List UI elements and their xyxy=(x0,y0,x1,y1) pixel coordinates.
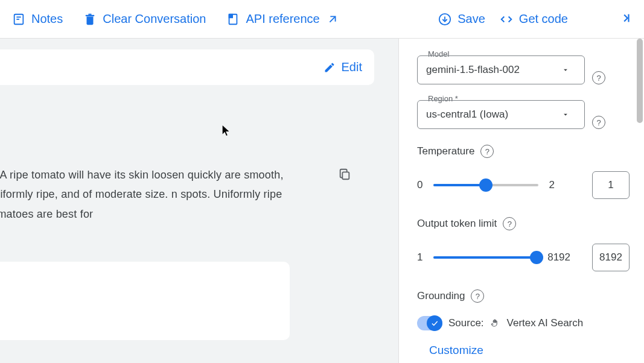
main-panel: Edit o. A ripe tomato will have its skin… xyxy=(0,39,398,363)
notes-icon xyxy=(12,13,25,26)
body-area: Edit o. A ripe tomato will have its skin… xyxy=(0,39,644,363)
api-ref-label: API reference xyxy=(246,12,319,26)
toggle-knob xyxy=(427,315,442,331)
chevron-down-icon xyxy=(561,66,570,74)
get-code-button[interactable]: Get code xyxy=(500,12,568,26)
document-icon xyxy=(226,13,240,26)
notes-label: Notes xyxy=(31,12,63,26)
collapse-panel-button[interactable] xyxy=(619,11,632,27)
temperature-max: 2 xyxy=(549,179,555,191)
customize-label: Customize xyxy=(429,344,483,356)
clear-label: Clear Conversation xyxy=(103,12,206,26)
temperature-value: 1 xyxy=(608,179,613,191)
copy-icon xyxy=(338,168,351,181)
svg-rect-6 xyxy=(229,14,233,17)
trash-icon xyxy=(83,13,97,26)
temperature-slider-row: 0 2 1 xyxy=(417,171,630,199)
edit-button[interactable]: Edit xyxy=(324,60,362,74)
code-icon xyxy=(500,13,513,26)
model-select[interactable]: gemini-1.5-flash-002 xyxy=(417,55,585,84)
grounding-toggle[interactable] xyxy=(417,316,442,330)
source-label: Source: xyxy=(448,317,484,329)
mouse-cursor-icon xyxy=(222,125,231,136)
temperature-label-row: Temperature ? xyxy=(417,145,630,158)
model-field: Model gemini-1.5-flash-002 xyxy=(417,55,585,84)
output-limit-slider-row: 1 8192 8192 xyxy=(417,244,630,271)
output-limit-max: 8192 xyxy=(547,251,570,264)
customize-button[interactable]: Customize xyxy=(429,344,630,357)
copy-button[interactable] xyxy=(338,168,351,183)
temperature-label: Temperature xyxy=(417,145,474,157)
toolbar-left: Notes Clear Conversation API reference xyxy=(12,12,398,26)
get-code-label: Get code xyxy=(519,12,568,26)
collapse-icon xyxy=(619,11,632,25)
api-reference-button[interactable]: API reference xyxy=(226,12,339,26)
region-help-icon[interactable]: ? xyxy=(592,116,605,129)
region-field: Region * us-central1 (Iowa) xyxy=(417,100,585,129)
system-card: Edit xyxy=(0,49,374,85)
top-toolbar: Notes Clear Conversation API reference S… xyxy=(0,0,644,39)
temperature-input[interactable]: 1 xyxy=(592,171,630,199)
grounding-label-row: Grounding ? xyxy=(417,289,630,303)
region-field-row: Region * us-central1 (Iowa) ? xyxy=(417,100,630,145)
temperature-min: 0 xyxy=(417,179,422,191)
svg-rect-3 xyxy=(86,14,95,16)
save-button[interactable]: Save xyxy=(438,12,485,26)
output-limit-slider-fill xyxy=(433,256,537,259)
edit-label: Edit xyxy=(342,60,362,74)
svg-rect-9 xyxy=(342,172,349,179)
grounding-help-icon[interactable]: ? xyxy=(471,289,484,303)
temperature-slider[interactable] xyxy=(433,184,538,186)
region-select[interactable]: us-central1 (Iowa) xyxy=(417,100,585,129)
temperature-slider-fill xyxy=(433,184,486,186)
response-text: o. A ripe tomato will have its skin loos… xyxy=(0,165,290,224)
input-card[interactable] xyxy=(0,262,290,340)
toolbar-right: Save Get code xyxy=(438,11,632,27)
model-field-row: Model gemini-1.5-flash-002 ? xyxy=(417,55,630,100)
output-limit-value: 8192 xyxy=(599,251,622,264)
output-limit-label: Output token limit xyxy=(417,218,497,230)
output-limit-min: 1 xyxy=(417,251,422,264)
notes-button[interactable]: Notes xyxy=(12,12,63,26)
cursor-grab-icon xyxy=(490,318,501,329)
model-value: gemini-1.5-flash-002 xyxy=(426,64,520,76)
temperature-help-icon[interactable]: ? xyxy=(480,145,494,158)
output-limit-label-row: Output token limit ? xyxy=(417,217,630,230)
output-limit-help-icon[interactable]: ? xyxy=(503,217,516,230)
output-limit-input[interactable]: 8192 xyxy=(592,244,630,271)
save-icon xyxy=(438,13,451,26)
region-value: us-central1 (Iowa) xyxy=(426,109,508,121)
scrollbar-thumb[interactable] xyxy=(637,39,643,123)
settings-panel: Model gemini-1.5-flash-002 ? Region * us… xyxy=(398,39,644,363)
output-limit-slider-thumb[interactable] xyxy=(530,251,543,264)
clear-conversation-button[interactable]: Clear Conversation xyxy=(83,12,206,26)
grounding-toggle-row: Source: Vertex AI Search xyxy=(417,316,630,330)
output-limit-slider[interactable] xyxy=(433,256,537,259)
model-help-icon[interactable]: ? xyxy=(592,71,605,84)
response-card: o. A ripe tomato will have its skin loos… xyxy=(0,159,374,230)
check-icon xyxy=(430,319,439,327)
svg-rect-4 xyxy=(89,13,92,14)
grounding-label: Grounding xyxy=(417,290,465,302)
pencil-icon xyxy=(324,62,336,74)
temperature-slider-thumb[interactable] xyxy=(479,178,493,192)
source-value: Vertex AI Search xyxy=(507,317,584,329)
save-label: Save xyxy=(457,12,485,26)
external-link-icon xyxy=(326,13,339,26)
chevron-down-icon xyxy=(561,110,570,119)
